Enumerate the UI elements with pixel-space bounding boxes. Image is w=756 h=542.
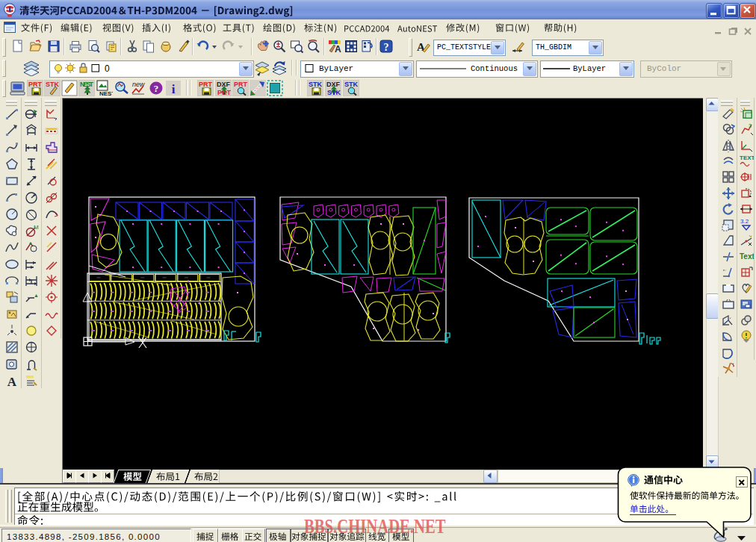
svg-text:PRT: PRT <box>234 81 248 88</box>
svg-text:3: 3 <box>749 123 752 128</box>
svg-text:STK: STK <box>344 81 359 88</box>
svg-text:A: A <box>7 375 17 388</box>
svg-text:i: i <box>172 82 176 96</box>
svg-text:3.2: 3.2 <box>740 218 749 225</box>
svg-text:0: 0 <box>105 63 110 74</box>
svg-text:PRT: PRT <box>199 81 213 88</box>
svg-text:Text: Text <box>740 252 754 261</box>
svg-text:NEST: NEST <box>99 90 113 96</box>
svg-text:?: ? <box>154 83 159 94</box>
svg-text:STK: STK <box>46 81 60 88</box>
svg-text:STK: STK <box>309 81 323 88</box>
svg-text:A: A <box>335 44 341 54</box>
svg-text:M: M <box>34 224 39 231</box>
svg-text:TEXT: TEXT <box>740 155 754 161</box>
svg-text:?: ? <box>384 42 389 53</box>
svg-text:▲: ▲ <box>34 293 39 298</box>
svg-text:PRT: PRT <box>217 89 232 96</box>
svg-text:PRT: PRT <box>28 81 43 88</box>
svg-text:STK: STK <box>327 89 341 96</box>
